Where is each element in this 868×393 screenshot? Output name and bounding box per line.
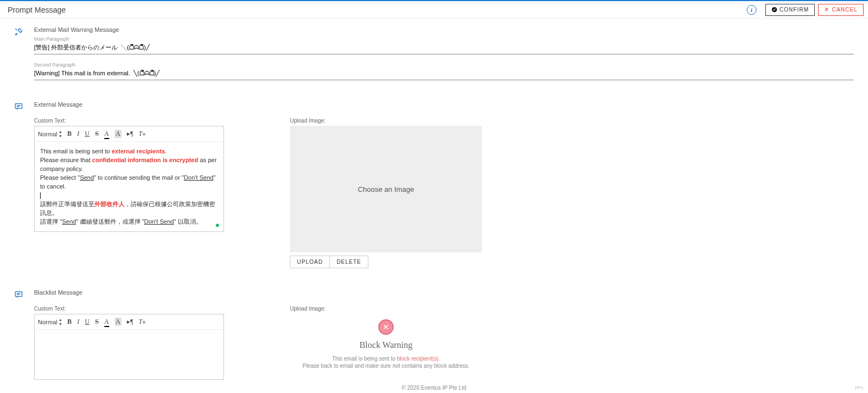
section-title: External Mail Warning Message xyxy=(34,26,854,33)
underline-button[interactable]: U xyxy=(85,318,89,326)
main-paragraph-input[interactable] xyxy=(34,42,854,54)
format-select[interactable]: Normal▴▾ xyxy=(38,130,61,139)
strike-button[interactable]: S xyxy=(95,130,99,138)
clear-format-button[interactable]: T✕ xyxy=(139,318,147,326)
copyright-text: © 2020 Eventus IP Pte Ltd xyxy=(402,385,467,391)
page-footer: © 2020 Eventus IP Pte Ltd RP1 xyxy=(0,382,868,393)
svg-rect-5 xyxy=(15,292,22,297)
section-blacklist: Blacklist Message Custom Text: Normal▴▾ … xyxy=(3,283,865,380)
block-warning-title: Block Warning xyxy=(360,340,413,350)
upload-button[interactable]: UPLOAD xyxy=(290,256,330,268)
rtl-button[interactable]: ▸¶ xyxy=(127,318,133,326)
rte-content[interactable] xyxy=(35,330,223,379)
message-icon xyxy=(14,290,23,299)
cancel-button[interactable]: ✕ CANCEL xyxy=(818,4,864,16)
updown-icon: ▴▾ xyxy=(59,318,61,326)
confirm-button[interactable]: CONFIRM xyxy=(765,4,815,16)
block-warning-preview: ✕ Block Warning This email is being sent… xyxy=(290,314,482,370)
custom-text-label: Custom Text: xyxy=(34,118,224,124)
status-dot-icon xyxy=(216,224,219,227)
page-body: External Mail Warning Message Main Parag… xyxy=(3,20,865,381)
custom-text-label: Custom Text: xyxy=(34,306,224,312)
page-header: Prompt Message i CONFIRM ✕ CANCEL xyxy=(0,1,868,19)
strike-button[interactable]: S xyxy=(95,318,99,326)
rich-text-editor: Normal▴▾ B I U S A A ▸¶ T✕ xyxy=(34,314,224,380)
rte-content[interactable]: This email is being sent to external rec… xyxy=(35,142,223,231)
updown-icon: ▴▾ xyxy=(59,130,61,139)
underline-button[interactable]: U xyxy=(85,130,89,138)
rte-toolbar: Normal▴▾ B I U S A A ▸¶ T✕ xyxy=(35,126,223,142)
block-warning-line: This email is being sent to block recipi… xyxy=(332,356,440,362)
info-icon[interactable]: i xyxy=(747,5,757,15)
rich-text-editor: Normal▴▾ B I U S A A ▸¶ T✕ xyxy=(34,126,224,232)
delete-button[interactable]: DELETE xyxy=(330,256,368,268)
check-circle-icon xyxy=(771,7,777,13)
section-external: External Message Custom Text: Normal▴▾ B… xyxy=(3,95,865,268)
format-select[interactable]: Normal▴▾ xyxy=(38,318,61,326)
message-icon xyxy=(14,102,23,111)
tools-icon xyxy=(14,27,23,36)
main-paragraph-label: Main Paragraph xyxy=(34,36,854,42)
rte-toolbar: Normal▴▾ B I U S A A ▸¶ T✕ xyxy=(35,314,223,330)
rtl-button[interactable]: ▸¶ xyxy=(127,130,133,138)
bg-color-button[interactable]: A xyxy=(115,318,122,326)
bold-button[interactable]: B xyxy=(67,318,71,326)
italic-button[interactable]: I xyxy=(77,130,79,138)
second-paragraph-input[interactable] xyxy=(34,68,854,80)
section-title: Blacklist Message xyxy=(34,289,854,296)
svg-point-1 xyxy=(16,34,17,35)
bold-button[interactable]: B xyxy=(67,130,71,138)
section-title: External Message xyxy=(34,101,854,108)
bg-color-button[interactable]: A xyxy=(115,130,122,138)
svg-rect-2 xyxy=(15,104,22,109)
image-dropzone[interactable]: Choose an Image xyxy=(290,126,482,252)
footer-tag: RP1 xyxy=(855,385,864,390)
upload-image-label: Upload Image: xyxy=(290,118,482,124)
page: Prompt Message i CONFIRM ✕ CANCEL xyxy=(0,0,868,393)
block-warning-icon: ✕ xyxy=(378,319,394,335)
upload-image-label: Upload Image: xyxy=(290,306,482,312)
text-color-button[interactable]: A xyxy=(104,130,109,138)
text-cursor xyxy=(40,192,41,199)
page-title: Prompt Message xyxy=(4,5,66,14)
italic-button[interactable]: I xyxy=(77,318,79,326)
close-icon: ✕ xyxy=(824,6,830,13)
second-paragraph-label: Second Paragraph xyxy=(34,62,854,68)
section-warning: External Mail Warning Message Main Parag… xyxy=(3,20,865,80)
text-color-button[interactable]: A xyxy=(104,318,109,326)
block-warning-line: Please back to email and make sure not c… xyxy=(303,363,469,369)
clear-format-button[interactable]: T✕ xyxy=(139,130,147,138)
